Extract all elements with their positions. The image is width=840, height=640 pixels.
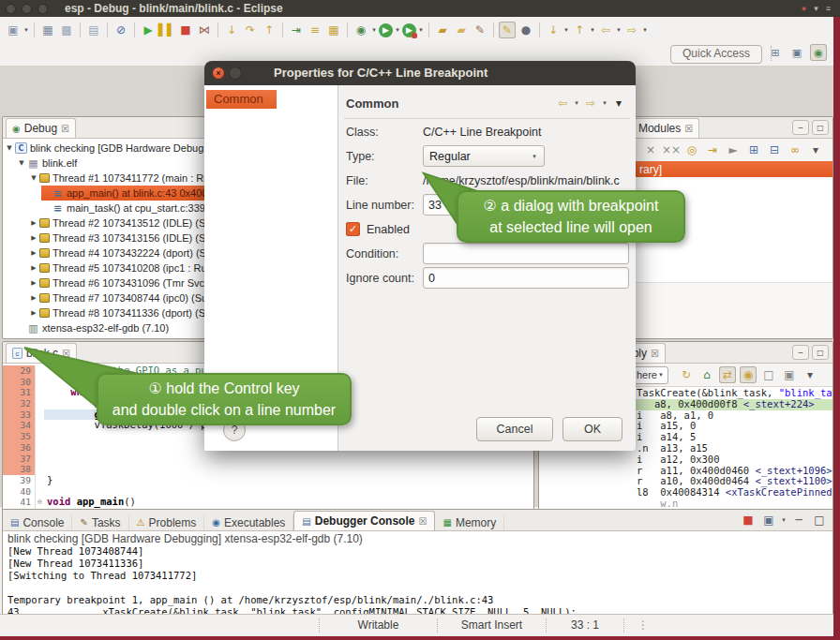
select-module-icon[interactable]: ► [725, 141, 742, 158]
expander-icon[interactable]: ▶ [29, 234, 38, 242]
cpp-perspective-icon[interactable]: ▣ [788, 44, 805, 61]
tree-row[interactable]: ▼▦blink.elf [3, 156, 205, 171]
suspend-icon[interactable]: ▌▌ [158, 22, 175, 38]
step-into-icon[interactable]: ↓ [223, 22, 240, 38]
forward-icon[interactable]: ⇨ [623, 22, 640, 38]
chevron-down-icon[interactable]: ▾ [780, 516, 788, 524]
build-icon[interactable]: ▤ [85, 22, 102, 38]
tree-row[interactable]: ▶Thread #3 1073413156 (IDLE) (Susp [3, 231, 205, 246]
debug-perspective-icon[interactable]: ◉ [810, 44, 827, 61]
line-number[interactable]: 32 [3, 398, 35, 409]
pin-editor-icon[interactable]: ● [518, 22, 534, 38]
back-icon[interactable]: ⇦ [554, 95, 571, 112]
editor-line[interactable]: 39} [3, 475, 533, 486]
editor-line[interactable]: 41⊖void app_main() [3, 497, 533, 508]
view-menu-icon[interactable]: ▾ [807, 141, 824, 158]
close-icon[interactable]: ☒ [651, 349, 659, 359]
collapse-all-icon[interactable]: ⊟ [766, 141, 783, 158]
tree-row[interactable]: ▶Thread #6 1073431096 (Tmr Svc) (S [3, 275, 205, 290]
line-number[interactable]: 40 [3, 486, 35, 498]
save-icon[interactable]: ▦ [39, 22, 56, 38]
open-new-view-icon[interactable]: □ [760, 366, 777, 383]
open-perspective-icon[interactable]: ⊞ [767, 44, 784, 61]
last-edit-location-icon[interactable]: ↓ [545, 22, 562, 38]
condition-input[interactable] [423, 243, 629, 264]
dialog-close-button[interactable]: × [212, 67, 225, 80]
load-all-symbols-icon[interactable]: ⇥ [704, 141, 721, 158]
disassembly-row[interactable]: w.n [539, 499, 832, 510]
window-minimize-button[interactable] [22, 4, 32, 14]
save-all-icon[interactable]: ▩ [58, 22, 75, 38]
tab-debugger-console[interactable]: ▤Debugger Console☒ [293, 511, 435, 530]
stack-frame-row-selected[interactable]: ≡app_main() at blink.c:43 0x400dbc [3, 186, 205, 201]
type-dropdown[interactable]: Regular ▾ [423, 145, 545, 167]
maximize-icon[interactable]: □ [812, 345, 829, 360]
tree-row[interactable]: ▶Thread #8 1073411336 (dport) (Sus [3, 305, 205, 320]
tab-console[interactable]: ▤Console [3, 514, 72, 530]
expand-all-icon[interactable]: ⊞ [745, 141, 762, 158]
line-number[interactable]: 29 [3, 365, 35, 377]
ok-button[interactable]: OK [562, 417, 622, 441]
cancel-button[interactable]: Cancel [476, 417, 553, 441]
tree-row[interactable]: ▼Thread #1 1073411772 (main : Runn [3, 171, 205, 186]
expander-icon[interactable]: ▼ [5, 144, 14, 152]
debug-icon[interactable]: ◉ [352, 22, 369, 38]
line-number[interactable]: 37 [3, 454, 35, 465]
status-overflow[interactable]: ⋮ [623, 618, 662, 633]
remove-module-icon[interactable]: × [642, 141, 659, 158]
line-number[interactable]: 34 [3, 420, 35, 431]
expander-icon[interactable]: ▶ [29, 279, 38, 287]
editor-line[interactable]: 40 [3, 486, 533, 498]
view-menu-icon[interactable]: ▾ [610, 95, 627, 112]
chevron-down-icon[interactable]: ▾ [573, 99, 580, 107]
tab-blink-c[interactable]: c blink.c ☒ [6, 343, 77, 363]
dialog-minimize-button[interactable] [229, 67, 242, 80]
window-close-button[interactable] [6, 4, 16, 14]
ignore-count-input[interactable] [423, 267, 629, 289]
enabled-checkbox[interactable]: ✓ [346, 222, 360, 236]
minimize-icon[interactable]: ─ [792, 120, 809, 135]
tab-debug[interactable]: ◉ Debug ☒ [6, 118, 76, 138]
pin-view-icon[interactable]: ▣ [781, 366, 798, 383]
open-folder-icon[interactable]: ▰ [434, 22, 451, 38]
tree-row[interactable]: ▥xtensa-esp32-elf-gdb (7.10) [3, 320, 205, 335]
line-number[interactable]: 39 [3, 475, 35, 486]
chevron-down-icon[interactable]: ▾ [615, 26, 622, 34]
chevron-down-icon[interactable]: ▾ [601, 99, 608, 107]
expander-icon[interactable]: ▶ [29, 264, 38, 272]
chevron-down-icon[interactable]: ▾ [370, 26, 378, 34]
tree-row[interactable]: ▶Thread #5 1073410208 (ipc1 : Runni [3, 260, 205, 275]
expander-icon[interactable]: ▼ [29, 174, 38, 182]
external-tools-icon[interactable]: ▶ [402, 23, 416, 37]
display-console-icon[interactable]: ▣ [760, 512, 777, 528]
expander-icon[interactable]: ▼ [17, 159, 26, 167]
link-with-debug-icon[interactable]: ∞ [787, 141, 803, 158]
expander-icon[interactable]: ▶ [29, 219, 38, 227]
maximize-icon[interactable]: □ [812, 120, 829, 135]
fold-icon[interactable]: ⊖ [35, 497, 44, 508]
instruction-stepping-icon[interactable]: ▦ [325, 22, 342, 38]
chevron-down-icon[interactable]: ▾ [589, 26, 596, 34]
disassembly-row[interactable]: l8 0x40084314 <xTaskCreatePinned [539, 487, 832, 499]
chevron-down-icon[interactable]: ▾ [641, 26, 649, 34]
step-return-icon[interactable]: ↑ [261, 22, 278, 38]
tree-row[interactable]: ▶Thread #2 1073413512 (IDLE) (Susp [3, 216, 205, 231]
chevron-down-icon[interactable]: ▾ [22, 26, 30, 34]
sync-selection-icon[interactable]: ⇄ [719, 366, 736, 383]
chevron-down-icon[interactable]: ▾ [394, 26, 401, 34]
annotate-icon[interactable]: ✎ [472, 22, 488, 38]
step-over-icon[interactable]: ↷ [242, 22, 259, 38]
chevron-down-icon[interactable]: ▾ [417, 26, 425, 34]
chevron-down-icon[interactable]: ▾ [657, 371, 665, 379]
line-number[interactable]: 30 [3, 377, 35, 388]
module-row-selected[interactable]: rary] [619, 161, 832, 177]
track-expression-icon[interactable]: ◉ [740, 366, 757, 383]
quick-access-button[interactable]: Quick Access [670, 45, 762, 64]
load-symbols-icon[interactable]: ◎ [683, 141, 700, 158]
line-number[interactable]: 31 [3, 387, 35, 398]
line-number[interactable]: 36 [3, 442, 35, 454]
minimize-panel-icon[interactable]: ─ [790, 512, 807, 528]
tab-problems[interactable]: ⚠Problems [129, 514, 205, 530]
refresh-icon[interactable]: ↻ [678, 366, 695, 383]
editor-line[interactable]: 38 [3, 464, 533, 475]
